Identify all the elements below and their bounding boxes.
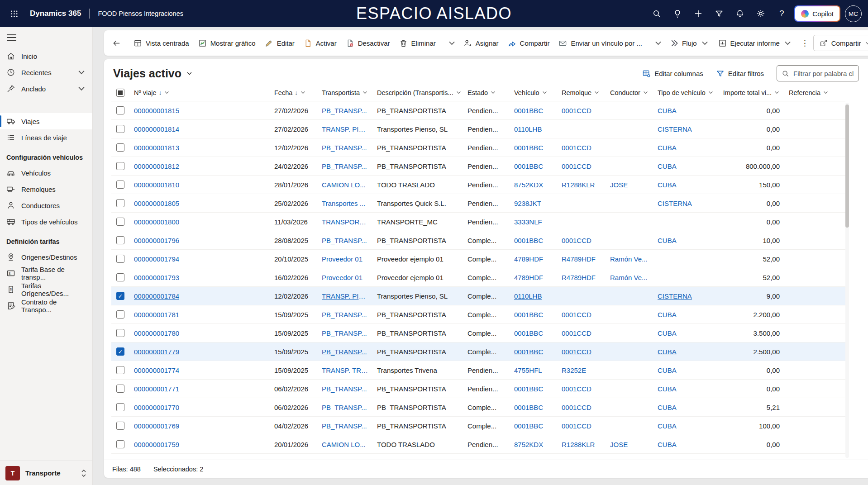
cell-tipo-vehiculo-link[interactable]: CUBA — [658, 144, 677, 152]
row-checkbox[interactable] — [116, 422, 124, 430]
table-row[interactable]: 000000001793 16/02/2026 Proveedor 01 Pro… — [111, 268, 845, 287]
cell-transportista-link[interactable]: PB_TRANSP... — [322, 162, 367, 170]
row-checkbox[interactable] — [116, 125, 124, 133]
cell-transportista-link[interactable]: PB_TRANSP... — [322, 107, 367, 114]
row-checkbox[interactable] — [116, 181, 124, 189]
compartir-split-button[interactable]: Compartir — [813, 35, 868, 51]
cell-transportista-link[interactable]: PB_TRANSP... — [322, 385, 367, 393]
row-checkbox[interactable] — [116, 236, 124, 244]
cell-vehiculo-link[interactable]: 0001BBC — [514, 385, 543, 393]
area-switcher[interactable]: T Transporte — [0, 461, 92, 485]
cell-transportista-link[interactable]: CAMION LO... — [322, 441, 366, 448]
column-header-remolque[interactable]: Remolque — [557, 84, 606, 101]
cell-vehiculo-link[interactable]: 4789HDF — [514, 274, 543, 281]
cell-trip-number-link[interactable]: 000000001813 — [134, 144, 179, 152]
row-checkbox[interactable] — [116, 403, 124, 411]
cell-vehiculo-link[interactable]: 8752KDX — [514, 441, 543, 448]
cell-conductor-link[interactable]: Ramón Ve... — [610, 274, 648, 281]
column-header-estado[interactable]: Estado — [463, 84, 510, 101]
table-vertical-scrollbar[interactable] — [845, 103, 849, 458]
cell-remolque-link[interactable]: 0001CCD — [562, 422, 591, 430]
cell-transportista-link[interactable]: TRANSP. TRI... — [322, 366, 368, 374]
cell-vehiculo-link[interactable]: 4755HFL — [514, 366, 542, 374]
cell-vehiculo-link[interactable]: 0001BBC — [514, 404, 543, 411]
cell-trip-number-link[interactable]: 000000001793 — [134, 274, 179, 281]
search-icon[interactable] — [649, 5, 665, 22]
column-header-descripcion[interactable]: Descripción (Transportis... — [372, 84, 463, 101]
back-button[interactable] — [109, 34, 124, 52]
cell-vehiculo-link[interactable]: 9238JKT — [514, 200, 541, 207]
plus-icon[interactable] — [690, 5, 706, 22]
cell-trip-number-link[interactable]: 000000001800 — [134, 218, 179, 226]
cell-trip-number-link[interactable]: 000000001784 — [134, 292, 179, 300]
cell-remolque-link[interactable]: 0001CCD — [562, 107, 591, 114]
cell-trip-number-link[interactable]: 000000001769 — [134, 422, 179, 430]
row-checkbox[interactable] — [116, 440, 124, 448]
cell-tipo-vehiculo-link[interactable]: CUBA — [658, 385, 677, 393]
sidebar-item-viajes[interactable]: Viajes — [0, 113, 92, 129]
cell-trip-number-link[interactable]: 000000001796 — [134, 237, 179, 244]
column-header-referencia[interactable]: Referencia — [784, 84, 845, 101]
cell-tipo-vehiculo-link[interactable]: CUBA — [658, 311, 677, 319]
cell-trip-number-link[interactable]: 000000001774 — [134, 366, 179, 374]
cell-vehiculo-link[interactable]: 8752KDX — [514, 181, 543, 189]
cell-tipo-vehiculo-link[interactable]: CUBA — [658, 422, 677, 430]
cell-trip-number-link[interactable]: 000000001812 — [134, 162, 179, 170]
cell-vehiculo-link[interactable]: 0110LHB — [514, 292, 542, 300]
sidebar-item-conductores[interactable]: Conductores — [0, 197, 92, 214]
cell-vehiculo-link[interactable]: 0001BBC — [514, 144, 543, 152]
vista-centrada-button[interactable]: Vista centrada — [129, 34, 194, 52]
help-icon[interactable]: ? — [773, 5, 790, 22]
mostrar-grafico-button[interactable]: Mostrar gráfico — [194, 34, 260, 52]
table-row[interactable]: 000000001770 06/02/2026 PB_TRANSP... PB_… — [111, 398, 845, 417]
row-checkbox[interactable] — [116, 347, 124, 356]
cell-tipo-vehiculo-link[interactable]: CISTERNA — [658, 200, 692, 207]
row-checkbox[interactable] — [116, 366, 124, 374]
table-row[interactable]: 000000001796 28/08/2025 PB_TRANSP... PB_… — [111, 231, 845, 250]
cell-transportista-link[interactable]: PB_TRANSP... — [322, 144, 367, 152]
sidebar-item-tipos-de-vehiculos[interactable]: Tipos de vehículos — [0, 214, 92, 230]
cell-remolque-link[interactable]: 0001CCD — [562, 237, 591, 244]
scrollbar-thumb[interactable] — [845, 105, 849, 228]
cell-vehiculo-link[interactable]: 0001BBC — [514, 162, 543, 170]
cell-remolque-link[interactable]: 0001CCD — [562, 162, 591, 170]
table-row[interactable]: 000000001813 12/02/2026 PB_TRANSP... PB_… — [111, 138, 845, 157]
cell-remolque-link[interactable]: 0001CCD — [562, 311, 591, 319]
row-checkbox[interactable] — [116, 310, 124, 319]
column-header-importe[interactable]: Importe total vi... — [716, 84, 784, 101]
cell-trip-number-link[interactable]: 000000001815 — [134, 107, 179, 114]
row-checkbox[interactable] — [116, 329, 124, 337]
table-row[interactable]: 000000001794 20/10/2025 Proveedor 01 Pro… — [111, 250, 845, 268]
cell-remolque-link[interactable]: 0001CCD — [562, 404, 591, 411]
cell-trip-number-link[interactable]: 000000001759 — [134, 441, 179, 448]
cell-vehiculo-link[interactable]: 0110LHB — [514, 125, 542, 133]
row-checkbox[interactable] — [116, 162, 124, 170]
cell-trip-number-link[interactable]: 000000001794 — [134, 255, 179, 263]
hamburger-menu-icon[interactable] — [0, 27, 92, 48]
sidebar-item-tarifa-base[interactable]: Tarifa Base de transp... — [0, 265, 92, 281]
cell-tipo-vehiculo-link[interactable]: CUBA — [658, 366, 677, 374]
cell-trip-number-link[interactable]: 000000001805 — [134, 200, 179, 207]
edit-columns-button[interactable]: Editar columnas — [638, 65, 708, 81]
cell-tipo-vehiculo-link[interactable]: CUBA — [658, 237, 677, 244]
cell-remolque-link[interactable]: R4789HDF — [562, 274, 596, 281]
cell-conductor-link[interactable]: JOSE — [610, 181, 628, 189]
editar-button[interactable]: Editar — [260, 34, 299, 52]
table-row[interactable]: 000000001800 11/03/2026 TRANSPORT... TRA… — [111, 213, 845, 231]
asignar-button[interactable]: Asignar — [459, 34, 503, 52]
cell-transportista-link[interactable]: PB_TRANSP... — [322, 311, 367, 319]
sidebar-item-vehiculos[interactable]: Vehículos — [0, 165, 92, 181]
enviar-vinculo-button[interactable]: Enviar un vínculo por ... — [554, 34, 647, 52]
table-row[interactable]: 000000001784 12/02/2026 TRANSP. PIE... T… — [111, 287, 845, 305]
cell-vehiculo-link[interactable]: 0001BBC — [514, 348, 543, 356]
brand-title[interactable]: Dynamics 365 — [30, 9, 81, 18]
desactivar-button[interactable]: Desactivar — [341, 34, 395, 52]
column-header-transportista[interactable]: Transportista — [317, 84, 372, 101]
gear-icon[interactable] — [753, 5, 769, 22]
cell-tipo-vehiculo-link[interactable]: CUBA — [658, 107, 677, 114]
cell-vehiculo-link[interactable]: 0001BBC — [514, 237, 543, 244]
cell-remolque-link[interactable]: 0001CCD — [562, 385, 591, 393]
cell-transportista-link[interactable]: PB_TRANSP... — [322, 329, 367, 337]
cell-vehiculo-link[interactable]: 4789HDF — [514, 255, 543, 263]
row-checkbox[interactable] — [116, 385, 124, 393]
